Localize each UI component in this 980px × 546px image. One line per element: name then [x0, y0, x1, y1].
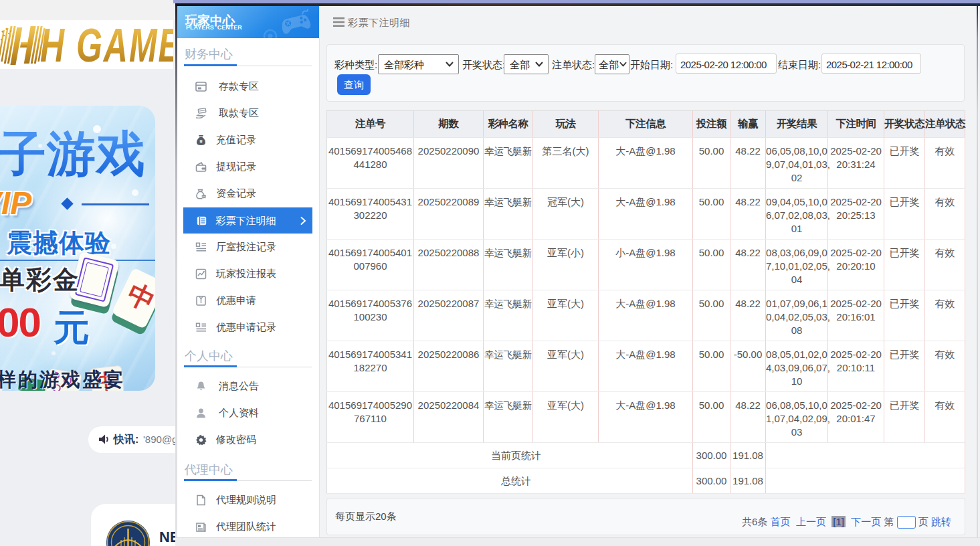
svg-text:H GAME: H GAME	[40, 25, 173, 66]
svg-text:¥: ¥	[199, 139, 203, 145]
